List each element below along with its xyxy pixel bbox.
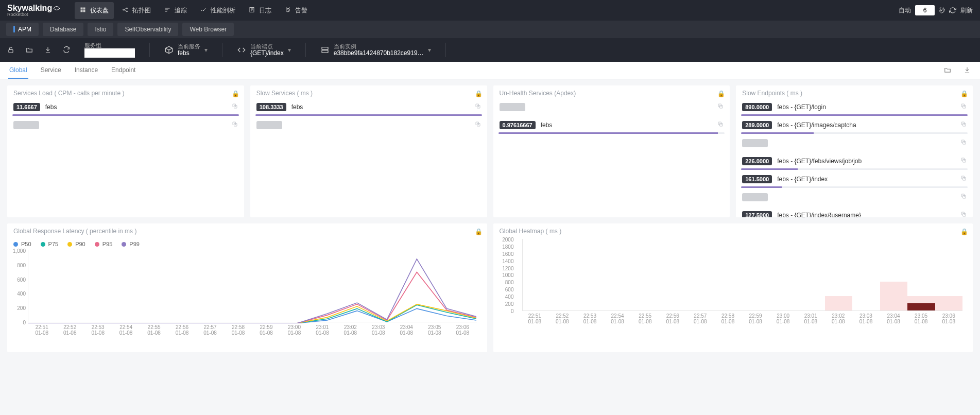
- refresh-label[interactable]: 刷新: [960, 6, 973, 15]
- download-icon[interactable]: [964, 66, 972, 75]
- nav-alarm[interactable]: 告警: [280, 2, 313, 19]
- svg-point-6: [127, 11, 128, 12]
- metric-name: febs - {GET}/login: [777, 103, 967, 111]
- panel-title: Slow Services ( ms ): [256, 90, 313, 97]
- metric-value: 226.0000: [742, 157, 772, 165]
- lock-icon[interactable]: 🔒: [960, 90, 967, 96]
- copy-icon[interactable]: [960, 103, 968, 110]
- lock-icon[interactable]: 🔒: [960, 228, 967, 234]
- x-tick: 22:5701-08: [196, 324, 224, 336]
- metric-value: 161.5000: [742, 175, 772, 183]
- heatmap-cell: [825, 303, 852, 310]
- tab-apm[interactable]: APM: [6, 23, 39, 36]
- subtab-instance[interactable]: Instance: [74, 62, 99, 79]
- service-group-selector[interactable]: 服务组: [79, 42, 140, 58]
- x-tick: 23:0001-08: [280, 324, 308, 336]
- legend-dot: [95, 242, 99, 247]
- tab-database[interactable]: Database: [43, 23, 83, 36]
- lock-icon[interactable]: 🔒: [475, 90, 481, 96]
- y-tick: 1800: [493, 244, 514, 250]
- tab-web-browser[interactable]: Web Browser: [182, 23, 234, 36]
- nav-label: 告警: [295, 6, 307, 15]
- copy-icon[interactable]: [232, 121, 239, 128]
- copy-icon[interactable]: [960, 139, 968, 146]
- nav-trace[interactable]: 追踪: [159, 2, 192, 19]
- copy-icon[interactable]: [960, 157, 968, 164]
- panel-title: Services Load ( CPM - calls per minute ): [13, 90, 124, 97]
- refresh-icon[interactable]: [949, 7, 956, 14]
- log-icon: [249, 7, 256, 14]
- rocket-icon: [53, 6, 60, 11]
- copy-icon[interactable]: [475, 121, 482, 128]
- copy-icon[interactable]: [717, 121, 725, 128]
- latency-chart: 1,0008006004002000 22:5101-0822:5201-082…: [7, 248, 487, 338]
- metric-item: —: [12, 119, 239, 134]
- reload-icon[interactable]: [61, 44, 72, 56]
- legend-label: P99: [129, 241, 140, 247]
- x-tick: 23:0501-08: [907, 313, 935, 324]
- copy-icon[interactable]: [960, 175, 968, 182]
- y-tick: 0: [493, 308, 514, 314]
- lock-icon[interactable]: 🔒: [232, 90, 238, 96]
- brand-name: Skywalking: [7, 4, 52, 12]
- metric-name: febs: [291, 103, 481, 111]
- tab-selfobservability[interactable]: SelfObservability: [117, 23, 178, 36]
- tab-label: Web Browser: [190, 26, 227, 33]
- copy-icon[interactable]: [475, 103, 482, 110]
- copy-icon[interactable]: [960, 211, 968, 217]
- endpoint-value: {GET}/index: [250, 49, 284, 57]
- subtab-global[interactable]: Global: [8, 62, 28, 79]
- auto-interval-input[interactable]: [915, 5, 935, 15]
- nav-profile[interactable]: 性能剖析: [195, 2, 240, 19]
- copy-icon[interactable]: [232, 103, 239, 110]
- subtab-endpoint[interactable]: Endpoint: [110, 62, 136, 79]
- copy-icon[interactable]: [960, 193, 968, 200]
- metric-item: 108.3333febs: [255, 101, 482, 116]
- heatmap-cell: [907, 296, 935, 303]
- package-icon: [164, 45, 174, 55]
- lock-icon[interactable]: 🔒: [717, 90, 724, 96]
- legend-item[interactable]: P95: [95, 241, 113, 247]
- top-nav: Skywalking Rocketbot 仪表盘拓扑图追踪性能剖析日志告警 自动…: [0, 0, 980, 21]
- tab-label: SelfObservability: [125, 26, 171, 33]
- lock-icon[interactable]: 🔒: [475, 228, 481, 234]
- legend-item[interactable]: P50: [13, 241, 31, 247]
- current-service-selector[interactable]: 当前服务 febs ▾: [159, 43, 213, 57]
- legend-item[interactable]: P99: [122, 241, 140, 247]
- metric-item: —: [741, 191, 968, 206]
- copy-icon[interactable]: [960, 121, 968, 128]
- svg-rect-0: [81, 8, 83, 10]
- metric-value: 890.0000: [742, 103, 772, 111]
- legend-dot: [122, 242, 126, 247]
- metric-item: 289.0000febs - {GET}/images/captcha: [741, 119, 968, 134]
- subtab-service[interactable]: Service: [40, 62, 62, 79]
- legend: P50P75P90P95P99: [7, 237, 487, 248]
- legend-item[interactable]: P75: [41, 241, 59, 247]
- lock-icon[interactable]: [5, 44, 16, 56]
- download-icon[interactable]: [42, 44, 54, 56]
- metric-item: 226.0000febs - {GET}/febs/views/job/job: [741, 155, 968, 170]
- tab-istio[interactable]: Istio: [88, 23, 113, 36]
- progress-bar: [741, 186, 968, 188]
- current-endpoint-selector[interactable]: 当前端点 {GET}/index ▾: [232, 43, 296, 57]
- current-instance-selector[interactable]: 当前实例 e38bbe9fa1424870b182ce919… ▾: [315, 43, 436, 57]
- nav-topology[interactable]: 拓扑图: [117, 2, 156, 19]
- nav-log[interactable]: 日志: [244, 2, 277, 19]
- x-tick: 22:5901-08: [742, 313, 769, 324]
- progress-bar: [741, 168, 968, 170]
- folder-icon[interactable]: [944, 66, 952, 75]
- instance-value: e38bbe9fa1424870b182ce919…: [334, 49, 424, 57]
- service-group-input[interactable]: [84, 48, 135, 58]
- x-tick: 22:5601-08: [168, 324, 196, 336]
- legend-item[interactable]: P90: [67, 241, 85, 247]
- slow-services-panel: Slow Services ( ms )🔒 108.3333febs—: [250, 85, 487, 217]
- y-tick: 1600: [493, 251, 514, 257]
- nav-dashboard[interactable]: 仪表盘: [75, 2, 114, 19]
- heatmap-cell: [880, 282, 907, 289]
- folder-icon[interactable]: [24, 44, 35, 56]
- progress-bar: [741, 132, 968, 134]
- x-tick: 22:5501-08: [631, 313, 659, 324]
- svg-point-4: [123, 9, 124, 10]
- service-value: febs: [178, 49, 200, 57]
- copy-icon[interactable]: [717, 103, 725, 110]
